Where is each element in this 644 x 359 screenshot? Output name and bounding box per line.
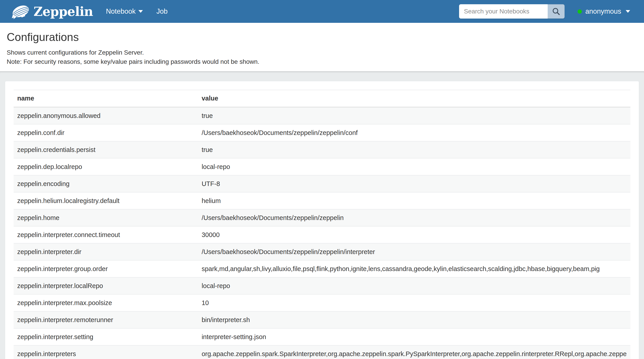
- column-header-value: value: [198, 90, 630, 107]
- configurations-table: name value zeppelin.anonymous.allowed tr…: [14, 90, 630, 359]
- config-value-cell: interpreter-setting.json: [198, 328, 630, 345]
- config-name-cell: zeppelin.interpreter.remoterunner: [14, 311, 198, 328]
- user-status-dot: [578, 10, 582, 14]
- config-value-cell: 30000: [198, 226, 630, 243]
- table-header-row: name value: [14, 90, 630, 107]
- config-value-cell: /Users/baekhoseok/Documents/zeppelin/zep…: [198, 124, 630, 141]
- config-name-cell: zeppelin.interpreter.localRepo: [14, 277, 198, 294]
- config-value-cell: /Users/baekhoseok/Documents/zeppelin/zep…: [198, 243, 630, 260]
- config-name-cell: zeppelin.conf.dir: [14, 124, 198, 141]
- config-name-cell: zeppelin.dep.localrepo: [14, 158, 198, 175]
- column-header-name: name: [14, 90, 198, 107]
- chevron-down-icon: [138, 10, 143, 13]
- config-name-cell: zeppelin.helium.localregistry.default: [14, 192, 198, 209]
- config-name-cell: zeppelin.interpreter.dir: [14, 243, 198, 260]
- table-row: zeppelin.interpreter.group.order spark,m…: [14, 260, 630, 277]
- config-name-cell: zeppelin.interpreter.group.order: [14, 260, 198, 277]
- config-value-cell: 10: [198, 294, 630, 311]
- table-row: zeppelin.interpreter.dir /Users/baekhose…: [14, 243, 630, 260]
- config-value-cell: local-repo: [198, 158, 630, 175]
- config-name-cell: zeppelin.interpreter.connect.timeout: [14, 226, 198, 243]
- table-row: zeppelin.interpreter.setting interpreter…: [14, 328, 630, 345]
- config-name-cell: zeppelin.interpreter.max.poolsize: [14, 294, 198, 311]
- table-row: zeppelin.encoding UTF-8: [14, 175, 630, 192]
- config-value-cell: local-repo: [198, 277, 630, 294]
- page-header: Configurations Shows current configurati…: [0, 23, 644, 71]
- table-row: zeppelin.interpreter.remoterunner bin/in…: [14, 311, 630, 328]
- config-value-cell: UTF-8: [198, 175, 630, 192]
- search-input[interactable]: [459, 4, 548, 19]
- config-value-cell: bin/interpreter.sh: [198, 311, 630, 328]
- table-row: zeppelin.interpreter.localRepo local-rep…: [14, 277, 630, 294]
- brand-title: Zeppelin: [34, 5, 93, 18]
- navbar: Zeppelin Notebook Job anonymous: [0, 0, 644, 23]
- user-menu[interactable]: anonymous: [578, 8, 630, 16]
- page-description-line1: Shows current configurations for Zeppeli…: [7, 48, 637, 57]
- configurations-card: name value zeppelin.anonymous.allowed tr…: [5, 81, 639, 359]
- nav-item-job-label: Job: [156, 0, 168, 23]
- notebook-search: [459, 4, 564, 19]
- config-value-cell: true: [198, 141, 630, 158]
- table-row: zeppelin.dep.localrepo local-repo: [14, 158, 630, 175]
- table-row: zeppelin.interpreter.max.poolsize 10: [14, 294, 630, 311]
- config-value-cell: /Users/baekhoseok/Documents/zeppelin/zep…: [198, 209, 630, 226]
- table-row: zeppelin.home /Users/baekhoseok/Document…: [14, 209, 630, 226]
- table-row: zeppelin.interpreters org.apache.zeppeli…: [14, 345, 630, 359]
- config-value-cell: org.apache.zeppelin.spark.SparkInterpret…: [198, 345, 630, 359]
- chevron-down-icon: [626, 10, 630, 13]
- config-name-cell: zeppelin.anonymous.allowed: [14, 107, 198, 124]
- table-row: zeppelin.conf.dir /Users/baekhoseok/Docu…: [14, 124, 630, 141]
- config-value-cell: helium: [198, 192, 630, 209]
- user-name: anonymous: [586, 8, 621, 16]
- nav-links: Notebook Job: [106, 0, 168, 23]
- page-description-line2: Note: For security reasons, some key/val…: [7, 57, 637, 66]
- config-value-cell: spark,md,angular,sh,livy,alluxio,file,ps…: [198, 260, 630, 277]
- table-row: zeppelin.anonymous.allowed true: [14, 107, 630, 124]
- nav-item-notebook[interactable]: Notebook: [106, 0, 143, 23]
- page-title: Configurations: [7, 31, 637, 43]
- search-icon: [552, 7, 560, 16]
- nav-item-notebook-label: Notebook: [106, 0, 136, 23]
- table-body: zeppelin.anonymous.allowed true zeppelin…: [14, 107, 630, 359]
- config-name-cell: zeppelin.credentials.persist: [14, 141, 198, 158]
- config-value-cell: true: [198, 107, 630, 124]
- config-name-cell: zeppelin.home: [14, 209, 198, 226]
- table-row: zeppelin.interpreter.connect.timeout 300…: [14, 226, 630, 243]
- config-name-cell: zeppelin.encoding: [14, 175, 198, 192]
- content-band: name value zeppelin.anonymous.allowed tr…: [0, 71, 644, 359]
- zeppelin-blimp-icon: [11, 2, 30, 21]
- config-name-cell: zeppelin.interpreters: [14, 345, 198, 359]
- nav-item-job[interactable]: Job: [156, 0, 168, 23]
- table-row: zeppelin.helium.localregistry.default he…: [14, 192, 630, 209]
- table-header: name value: [14, 90, 630, 107]
- search-button[interactable]: [548, 4, 564, 19]
- config-name-cell: zeppelin.interpreter.setting: [14, 328, 198, 345]
- brand-logo[interactable]: Zeppelin: [11, 2, 93, 21]
- table-row: zeppelin.credentials.persist true: [14, 141, 630, 158]
